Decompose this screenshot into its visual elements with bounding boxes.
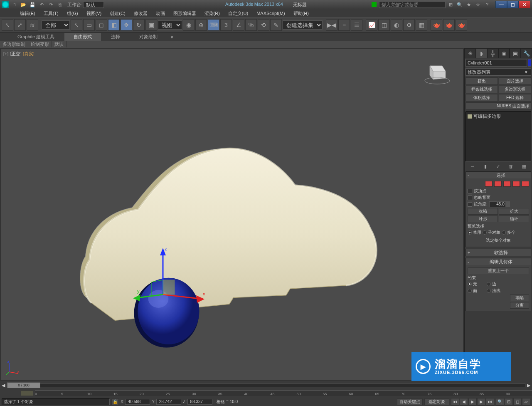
render-prod-icon[interactable]: 🫖 <box>431 19 442 31</box>
sub-tab-paintdeform[interactable]: 绘制变形 <box>28 41 52 47</box>
infocenter-icon[interactable]: ⊞ <box>446 1 455 8</box>
zoom-extents-icon[interactable]: ◻ <box>513 398 522 406</box>
show-end-icon[interactable]: ▮ <box>482 163 489 170</box>
menu-help[interactable]: 帮助(H) <box>289 10 313 17</box>
pin-stack-icon[interactable]: ⊣ <box>469 163 476 170</box>
menu-group[interactable]: 组(G) <box>63 10 82 17</box>
vp-plus[interactable]: [+] <box>3 51 9 56</box>
link-icon[interactable]: ⎘ <box>56 1 64 8</box>
curve-editor-icon[interactable]: 📈 <box>366 19 377 31</box>
border-icon[interactable] <box>503 181 511 187</box>
prev-key-icon[interactable]: ◀ <box>460 398 468 406</box>
undo-icon[interactable]: ↶ <box>37 1 46 8</box>
align-icon[interactable]: ≡ <box>338 19 350 31</box>
named-selection-set[interactable]: 创建选择集 <box>283 20 323 30</box>
key-icon[interactable]: ★ <box>465 1 473 8</box>
preview-subobj-radio[interactable] <box>483 230 487 235</box>
workspace-selector[interactable]: 默认 <box>83 1 104 8</box>
create-tab-icon[interactable]: ✳ <box>465 48 476 58</box>
fov-icon[interactable]: ▱ <box>522 398 530 406</box>
collapse-button[interactable]: 塌陷 <box>510 295 529 301</box>
mod-patchsel[interactable]: 面片选择 <box>499 77 531 85</box>
display-tab-icon[interactable]: ▣ <box>510 48 521 58</box>
ribbon-tab-graphite[interactable]: Graphite 建模工具 <box>8 33 64 41</box>
edit-named-sel-icon[interactable]: ✎ <box>270 19 282 31</box>
polygon-icon[interactable] <box>512 181 520 187</box>
menu-views[interactable]: 视图(V) <box>82 10 106 17</box>
ribbon-tab-freeform[interactable]: 自由形式 <box>64 33 101 41</box>
vp-shade[interactable]: [真实] <box>23 51 34 56</box>
modifier-stack[interactable]: 可编辑多边形 <box>466 111 531 161</box>
select-tool-icon[interactable]: ↖ <box>71 19 82 31</box>
mirror-icon[interactable]: ▶◀ <box>326 19 337 31</box>
search-icon[interactable]: 🔍 <box>456 1 464 8</box>
link-tool-icon[interactable]: ⤡ <box>2 19 13 31</box>
select-name-icon[interactable]: ▭ <box>83 19 95 31</box>
rollout-selection-header[interactable]: -选择 <box>466 172 531 178</box>
detach-button[interactable]: 分离 <box>510 302 529 309</box>
menu-tools[interactable]: 工具(T) <box>39 10 63 17</box>
menu-grapheditors[interactable]: 图形编辑器 <box>169 10 200 17</box>
object-name-input[interactable] <box>466 59 527 67</box>
prev-frame-icon[interactable]: ◀ <box>2 383 5 388</box>
menu-modifiers[interactable]: 修改器 <box>130 10 152 17</box>
repeat-last-button[interactable]: 重复上一个 <box>468 267 529 274</box>
redo-icon[interactable]: ↷ <box>47 1 55 8</box>
star-icon[interactable]: ☆ <box>474 1 482 8</box>
render-setup-icon[interactable]: ⚙ <box>403 19 415 31</box>
y-coord-input[interactable]: -28.742 <box>156 399 181 405</box>
utilities-tab-icon[interactable]: 🔧 <box>521 48 532 58</box>
ribbon-tab-selection[interactable]: 选择 <box>102 33 129 41</box>
mod-ffdsel[interactable]: FFD 选择 <box>499 94 531 102</box>
menu-edit[interactable]: 编辑(E) <box>16 10 39 17</box>
vp-view[interactable]: [正交] <box>10 51 22 56</box>
pivot-icon[interactable]: ◉ <box>183 19 195 31</box>
lock-icon[interactable]: 🔒 <box>111 399 119 405</box>
search-input[interactable]: 键入关键字或短语 <box>379 1 446 8</box>
timeline-ruler[interactable]: 051015202530354045505560657075808590 <box>0 389 532 397</box>
edge-icon[interactable] <box>494 181 502 187</box>
object-color-swatch[interactable] <box>528 59 531 67</box>
bind-tool-icon[interactable]: ≋ <box>27 19 38 31</box>
save-icon[interactable]: 💾 <box>28 1 37 8</box>
menu-maxscript[interactable]: MAXScript(M) <box>252 11 289 16</box>
modifier-list[interactable]: 修改器列表 ▾ <box>466 68 531 76</box>
rollout-editgeom-header[interactable]: -编辑几何体 <box>466 258 531 265</box>
grow-button[interactable]: 扩大 <box>499 208 529 215</box>
rollout-softsel-header[interactable]: +软选择 <box>466 249 531 256</box>
mod-polysel[interactable]: 多边形选择 <box>499 86 531 93</box>
manipulate-icon[interactable]: ⊕ <box>195 19 207 31</box>
remove-mod-icon[interactable]: 🗑 <box>507 163 515 170</box>
viewport[interactable]: [+] [正交] [真实] <box>0 48 464 381</box>
new-icon[interactable]: 🗋 <box>10 1 18 8</box>
spinner-snap-icon[interactable]: ⟲ <box>258 19 269 31</box>
app-icon[interactable] <box>2 1 9 8</box>
constraint-face-radio[interactable] <box>468 289 472 293</box>
next-key-icon[interactable]: ▶ <box>477 398 485 406</box>
minimize-button[interactable]: — <box>495 1 507 8</box>
time-slider-track[interactable]: 0 / 100 <box>7 383 525 387</box>
goto-start-icon[interactable]: ⏮ <box>451 398 459 406</box>
preview-multi-radio[interactable] <box>502 230 506 235</box>
rotate-tool-icon[interactable]: ↻ <box>133 19 145 31</box>
viewport-label[interactable]: [+] [正交] [真实] <box>3 51 34 57</box>
play-icon[interactable] <box>372 2 377 7</box>
by-angle-checkbox[interactable] <box>468 202 472 207</box>
element-icon[interactable] <box>522 181 529 187</box>
sub-tab-polydraw[interactable]: 多边形绘制 <box>0 41 28 47</box>
schematic-icon[interactable]: ◫ <box>378 19 390 31</box>
menu-rendering[interactable]: 渲染(R) <box>200 10 224 17</box>
render-iter-icon[interactable]: 🫖 <box>443 19 455 31</box>
motion-tab-icon[interactable]: ◉ <box>498 48 510 58</box>
hierarchy-tab-icon[interactable]: ╬ <box>487 48 498 58</box>
constraint-edge-radio[interactable] <box>487 282 491 286</box>
constraint-normal-radio[interactable] <box>487 289 491 293</box>
modify-tab-icon[interactable]: ◗ <box>476 48 487 58</box>
ribbon-expand-icon[interactable]: ▾ <box>167 34 177 41</box>
z-coord-input[interactable]: -88.337 <box>187 399 212 405</box>
reference-coord[interactable]: 视图 <box>158 20 182 30</box>
selection-filter[interactable]: 全部 <box>42 20 70 30</box>
angle-snap-icon[interactable]: ∠ <box>233 19 244 31</box>
maximize-button[interactable]: ◻ <box>507 1 519 8</box>
ribbon-tab-objectpaint[interactable]: 对象绘制 <box>130 33 167 41</box>
